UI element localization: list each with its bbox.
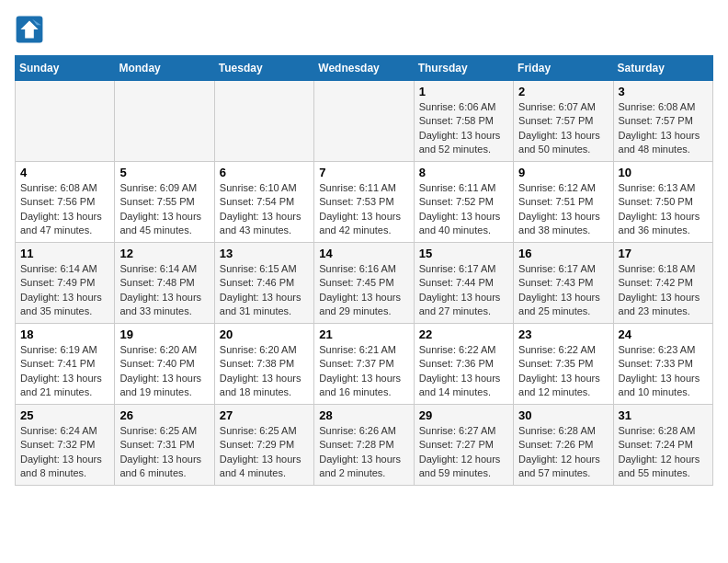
calendar-week-row: 25Sunrise: 6:24 AM Sunset: 7:32 PM Dayli… xyxy=(16,405,713,486)
day-number: 1 xyxy=(419,85,508,98)
calendar-cell: 28Sunrise: 6:26 AM Sunset: 7:28 PM Dayli… xyxy=(314,405,414,486)
weekday-header: Sunday xyxy=(16,56,115,81)
day-number: 16 xyxy=(518,247,608,260)
day-info: Sunrise: 6:22 AM Sunset: 7:35 PM Dayligh… xyxy=(518,343,608,400)
logo xyxy=(15,15,50,44)
calendar-week-row: 11Sunrise: 6:14 AM Sunset: 7:49 PM Dayli… xyxy=(16,243,713,324)
day-number: 21 xyxy=(319,327,408,341)
calendar-cell: 22Sunrise: 6:22 AM Sunset: 7:36 PM Dayli… xyxy=(414,324,513,405)
day-info: Sunrise: 6:09 AM Sunset: 7:55 PM Dayligh… xyxy=(119,181,209,238)
calendar-cell: 14Sunrise: 6:16 AM Sunset: 7:45 PM Dayli… xyxy=(314,243,414,324)
day-info: Sunrise: 6:10 AM Sunset: 7:54 PM Dayligh… xyxy=(220,181,309,238)
day-info: Sunrise: 6:12 AM Sunset: 7:51 PM Dayligh… xyxy=(518,181,608,238)
day-number: 2 xyxy=(518,85,608,98)
day-info: Sunrise: 6:14 AM Sunset: 7:49 PM Dayligh… xyxy=(20,262,109,319)
day-number: 30 xyxy=(518,408,608,422)
day-info: Sunrise: 6:19 AM Sunset: 7:41 PM Dayligh… xyxy=(20,343,109,400)
day-number: 25 xyxy=(20,408,109,422)
day-number: 18 xyxy=(20,327,109,341)
weekday-header: Saturday xyxy=(613,56,712,81)
calendar-cell xyxy=(115,81,214,162)
calendar-cell: 20Sunrise: 6:20 AM Sunset: 7:38 PM Dayli… xyxy=(214,324,313,405)
weekday-header: Wednesday xyxy=(314,56,414,81)
logo-icon xyxy=(15,15,44,44)
calendar-cell: 25Sunrise: 6:24 AM Sunset: 7:32 PM Dayli… xyxy=(16,405,115,486)
day-number: 10 xyxy=(619,166,708,179)
day-number: 17 xyxy=(619,247,708,260)
calendar-week-row: 4Sunrise: 6:08 AM Sunset: 7:56 PM Daylig… xyxy=(16,162,713,243)
day-number: 24 xyxy=(619,327,708,341)
day-info: Sunrise: 6:08 AM Sunset: 7:57 PM Dayligh… xyxy=(619,100,708,157)
day-info: Sunrise: 6:17 AM Sunset: 7:44 PM Dayligh… xyxy=(419,262,508,319)
calendar-cell: 3Sunrise: 6:08 AM Sunset: 7:57 PM Daylig… xyxy=(613,81,712,162)
weekday-header-row: SundayMondayTuesdayWednesdayThursdayFrid… xyxy=(16,56,713,81)
day-info: Sunrise: 6:27 AM Sunset: 7:27 PM Dayligh… xyxy=(419,424,508,481)
weekday-header: Friday xyxy=(514,56,613,81)
page-header xyxy=(15,15,713,44)
day-number: 29 xyxy=(419,408,508,422)
day-info: Sunrise: 6:13 AM Sunset: 7:50 PM Dayligh… xyxy=(619,181,708,238)
day-number: 14 xyxy=(319,247,408,260)
calendar-cell: 2Sunrise: 6:07 AM Sunset: 7:57 PM Daylig… xyxy=(514,81,613,162)
calendar-cell: 11Sunrise: 6:14 AM Sunset: 7:49 PM Dayli… xyxy=(16,243,115,324)
day-info: Sunrise: 6:11 AM Sunset: 7:53 PM Dayligh… xyxy=(319,181,408,238)
calendar-cell: 12Sunrise: 6:14 AM Sunset: 7:48 PM Dayli… xyxy=(115,243,214,324)
weekday-header: Thursday xyxy=(414,56,513,81)
calendar-cell: 1Sunrise: 6:06 AM Sunset: 7:58 PM Daylig… xyxy=(414,81,513,162)
calendar-cell: 24Sunrise: 6:23 AM Sunset: 7:33 PM Dayli… xyxy=(613,324,712,405)
day-number: 4 xyxy=(20,166,109,179)
calendar-cell: 17Sunrise: 6:18 AM Sunset: 7:42 PM Dayli… xyxy=(613,243,712,324)
day-info: Sunrise: 6:23 AM Sunset: 7:33 PM Dayligh… xyxy=(619,343,708,400)
day-number: 6 xyxy=(220,166,309,179)
calendar-cell xyxy=(214,81,313,162)
day-info: Sunrise: 6:28 AM Sunset: 7:24 PM Dayligh… xyxy=(619,424,708,481)
day-info: Sunrise: 6:20 AM Sunset: 7:38 PM Dayligh… xyxy=(220,343,309,400)
calendar-cell: 8Sunrise: 6:11 AM Sunset: 7:52 PM Daylig… xyxy=(414,162,513,243)
calendar-cell: 27Sunrise: 6:25 AM Sunset: 7:29 PM Dayli… xyxy=(214,405,313,486)
day-info: Sunrise: 6:16 AM Sunset: 7:45 PM Dayligh… xyxy=(319,262,408,319)
day-number: 31 xyxy=(619,408,708,422)
calendar-cell: 19Sunrise: 6:20 AM Sunset: 7:40 PM Dayli… xyxy=(115,324,214,405)
calendar-cell: 26Sunrise: 6:25 AM Sunset: 7:31 PM Dayli… xyxy=(115,405,214,486)
day-number: 27 xyxy=(220,408,309,422)
day-number: 8 xyxy=(419,166,508,179)
day-number: 26 xyxy=(119,408,209,422)
day-info: Sunrise: 6:15 AM Sunset: 7:46 PM Dayligh… xyxy=(220,262,309,319)
weekday-header: Tuesday xyxy=(214,56,313,81)
calendar-cell: 10Sunrise: 6:13 AM Sunset: 7:50 PM Dayli… xyxy=(613,162,712,243)
day-number: 12 xyxy=(119,247,209,260)
day-number: 11 xyxy=(20,247,109,260)
calendar-cell: 7Sunrise: 6:11 AM Sunset: 7:53 PM Daylig… xyxy=(314,162,414,243)
day-info: Sunrise: 6:08 AM Sunset: 7:56 PM Dayligh… xyxy=(20,181,109,238)
day-info: Sunrise: 6:07 AM Sunset: 7:57 PM Dayligh… xyxy=(518,100,608,157)
calendar-cell: 29Sunrise: 6:27 AM Sunset: 7:27 PM Dayli… xyxy=(414,405,513,486)
day-number: 15 xyxy=(419,247,508,260)
day-info: Sunrise: 6:14 AM Sunset: 7:48 PM Dayligh… xyxy=(119,262,209,319)
calendar-cell: 23Sunrise: 6:22 AM Sunset: 7:35 PM Dayli… xyxy=(514,324,613,405)
calendar-week-row: 18Sunrise: 6:19 AM Sunset: 7:41 PM Dayli… xyxy=(16,324,713,405)
day-info: Sunrise: 6:06 AM Sunset: 7:58 PM Dayligh… xyxy=(419,100,508,157)
calendar-table: SundayMondayTuesdayWednesdayThursdayFrid… xyxy=(15,55,713,486)
day-number: 13 xyxy=(220,247,309,260)
day-number: 9 xyxy=(518,166,608,179)
day-number: 3 xyxy=(619,85,708,98)
day-number: 28 xyxy=(319,408,408,422)
calendar-cell: 21Sunrise: 6:21 AM Sunset: 7:37 PM Dayli… xyxy=(314,324,414,405)
calendar-cell: 30Sunrise: 6:28 AM Sunset: 7:26 PM Dayli… xyxy=(514,405,613,486)
day-info: Sunrise: 6:21 AM Sunset: 7:37 PM Dayligh… xyxy=(319,343,408,400)
weekday-header: Monday xyxy=(115,56,214,81)
day-info: Sunrise: 6:20 AM Sunset: 7:40 PM Dayligh… xyxy=(119,343,209,400)
calendar-cell: 9Sunrise: 6:12 AM Sunset: 7:51 PM Daylig… xyxy=(514,162,613,243)
day-info: Sunrise: 6:24 AM Sunset: 7:32 PM Dayligh… xyxy=(20,424,109,481)
calendar-cell: 5Sunrise: 6:09 AM Sunset: 7:55 PM Daylig… xyxy=(115,162,214,243)
calendar-cell: 15Sunrise: 6:17 AM Sunset: 7:44 PM Dayli… xyxy=(414,243,513,324)
calendar-cell: 31Sunrise: 6:28 AM Sunset: 7:24 PM Dayli… xyxy=(613,405,712,486)
day-info: Sunrise: 6:11 AM Sunset: 7:52 PM Dayligh… xyxy=(419,181,508,238)
day-info: Sunrise: 6:26 AM Sunset: 7:28 PM Dayligh… xyxy=(319,424,408,481)
day-number: 7 xyxy=(319,166,408,179)
calendar-cell: 4Sunrise: 6:08 AM Sunset: 7:56 PM Daylig… xyxy=(16,162,115,243)
day-info: Sunrise: 6:22 AM Sunset: 7:36 PM Dayligh… xyxy=(419,343,508,400)
day-info: Sunrise: 6:17 AM Sunset: 7:43 PM Dayligh… xyxy=(518,262,608,319)
day-info: Sunrise: 6:25 AM Sunset: 7:31 PM Dayligh… xyxy=(119,424,209,481)
day-number: 5 xyxy=(119,166,209,179)
